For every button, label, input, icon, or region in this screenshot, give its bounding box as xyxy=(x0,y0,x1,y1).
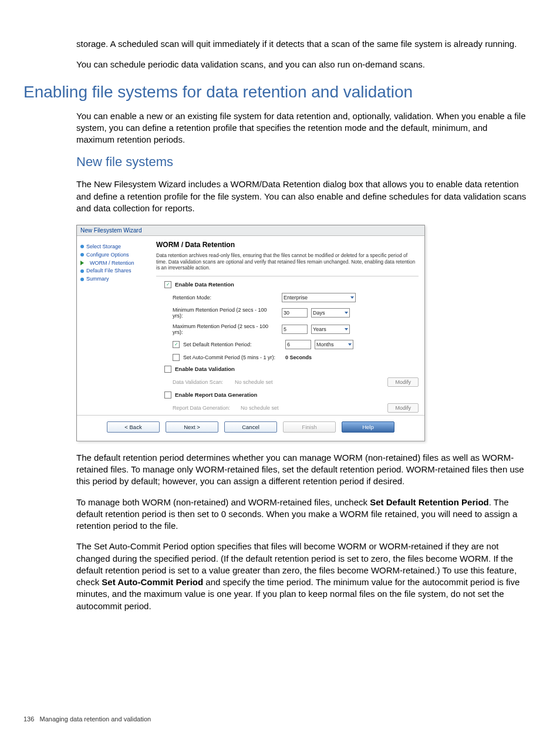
bullet-icon xyxy=(80,245,84,248)
enable-retention-checkbox[interactable] xyxy=(164,281,171,288)
max-retention-row: Maximum Retention Period (2 secs - 100 y… xyxy=(173,323,419,335)
section-heading: Enabling file systems for data retention… xyxy=(23,83,537,102)
wizard-sidebar: Select Storage Configure Options WORM / … xyxy=(77,236,150,415)
enable-validation-checkbox[interactable] xyxy=(164,366,171,373)
validation-scan-label: Data Validation Scan: xyxy=(173,379,231,385)
bullet-icon xyxy=(80,253,84,256)
after-p1: The default retention period determines … xyxy=(76,452,528,488)
after-p2b: Set Default Retention Period xyxy=(370,497,489,507)
validation-modify-button[interactable]: Modify xyxy=(387,377,419,387)
chevron-down-icon xyxy=(345,312,348,314)
intro-p1: storage. A scheduled scan will quit imme… xyxy=(76,38,528,50)
help-button[interactable]: Help xyxy=(342,421,394,433)
retention-mode-value: Enterprise xyxy=(284,295,308,301)
sub-p1: The New Filesystem Wizard includes a WOR… xyxy=(76,178,528,214)
min-retention-label: Minimum Retention Period (2 secs - 100 y… xyxy=(173,307,278,319)
autocommit-row: Set Auto-Commit Period (5 mins - 1 yr): … xyxy=(173,354,419,361)
max-retention-unit-select[interactable]: Years xyxy=(311,325,350,334)
sub-heading: New file systems xyxy=(76,154,537,170)
report-gen-row: Report Data Generation: No schedule set … xyxy=(173,403,419,413)
min-retention-unit-select[interactable]: Days xyxy=(311,308,350,318)
sidebar-item-label: Default File Shares xyxy=(86,268,131,274)
next-button[interactable]: Next > xyxy=(166,421,218,433)
retention-mode-select[interactable]: Enterprise xyxy=(282,293,356,302)
chevron-down-icon xyxy=(348,343,352,346)
sidebar-item-configure-options[interactable]: Configure Options xyxy=(80,252,148,258)
content-heading: WORM / Data Retention xyxy=(156,241,419,249)
enable-report-row: Enable Report Data Generation xyxy=(164,391,419,399)
retention-mode-label: Retention Mode: xyxy=(173,295,278,301)
bullet-icon xyxy=(80,269,84,273)
enable-retention-label: Enable Data Retention xyxy=(175,281,234,288)
enable-report-label: Enable Report Data Generation xyxy=(175,391,257,398)
section-p1: You can enable a new or an existing file… xyxy=(76,110,528,146)
back-button[interactable]: < Back xyxy=(107,421,160,433)
cancel-button[interactable]: Cancel xyxy=(224,421,277,433)
after-p2a: To manage both WORM (non-retained) and W… xyxy=(76,497,370,507)
wizard-titlebar: New Filesystem Wizard xyxy=(77,225,424,236)
default-retention-checkbox[interactable] xyxy=(173,341,180,348)
validation-scan-row: Data Validation Scan: No schedule set Mo… xyxy=(173,377,419,387)
min-retention-input[interactable]: 30 xyxy=(282,308,308,318)
max-retention-input[interactable]: 5 xyxy=(282,325,308,334)
after-p3: The Set Auto-Commit Period option specif… xyxy=(76,541,528,612)
intro-p2: You can schedule periodic data validatio… xyxy=(76,59,528,70)
sidebar-item-default-file-shares[interactable]: Default File Shares xyxy=(80,268,148,274)
page-footer: 136 Managing data retention and validati… xyxy=(23,715,151,723)
default-retention-row: Set Default Retention Period: 6 Months xyxy=(173,340,419,349)
enable-report-checkbox[interactable] xyxy=(164,391,171,399)
enable-validation-row: Enable Data Validation xyxy=(164,366,419,373)
default-retention-input[interactable]: 6 xyxy=(285,340,311,349)
arrow-icon xyxy=(80,261,87,265)
chevron-down-icon xyxy=(345,328,348,330)
min-retention-unit: Days xyxy=(313,310,325,316)
autocommit-label: Set Auto-Commit Period (5 mins - 1 yr): xyxy=(183,355,282,360)
sidebar-item-label: Configure Options xyxy=(86,252,129,258)
sidebar-item-worm-retention[interactable]: WORM / Retention xyxy=(80,260,148,266)
wizard-footer: < Back Next > Cancel Finish Help xyxy=(77,415,424,441)
max-retention-unit: Years xyxy=(313,326,326,332)
validation-scan-value: No schedule set xyxy=(235,379,294,385)
default-retention-label: Set Default Retention Period: xyxy=(183,342,282,347)
after-p3b: Set Auto-Commit Period xyxy=(102,577,203,587)
report-modify-button[interactable]: Modify xyxy=(387,403,419,413)
chevron-down-icon xyxy=(350,296,354,299)
max-retention-label: Maximum Retention Period (2 secs - 100 y… xyxy=(173,323,278,335)
after-p2: To manage both WORM (non-retained) and W… xyxy=(76,497,528,532)
page: storage. A scheduled scan will quit imme… xyxy=(0,0,560,746)
wizard-content: WORM / Data Retention Data retention arc… xyxy=(150,236,424,415)
bullet-icon xyxy=(80,278,84,281)
enable-validation-label: Enable Data Validation xyxy=(175,366,235,372)
finish-button[interactable]: Finish xyxy=(283,421,336,433)
sidebar-item-summary[interactable]: Summary xyxy=(80,276,148,282)
sidebar-item-select-storage[interactable]: Select Storage xyxy=(80,244,148,250)
default-retention-unit-select[interactable]: Months xyxy=(315,340,353,349)
report-gen-value: No schedule set xyxy=(241,405,299,411)
default-retention-unit: Months xyxy=(316,342,334,347)
autocommit-checkbox[interactable] xyxy=(173,354,180,361)
autocommit-value: 0 Seconds xyxy=(285,355,312,360)
wizard-dialog: New Filesystem Wizard Select Storage Con… xyxy=(76,225,425,441)
sidebar-item-label: WORM / Retention xyxy=(90,260,134,266)
sidebar-item-label: Summary xyxy=(86,276,109,282)
min-retention-row: Minimum Retention Period (2 secs - 100 y… xyxy=(173,307,419,319)
report-gen-label: Report Data Generation: xyxy=(173,405,237,411)
enable-data-retention-row: Enable Data Retention xyxy=(164,281,419,288)
page-footer-title: Managing data retention and validation xyxy=(40,715,151,723)
page-number: 136 xyxy=(23,715,34,723)
sidebar-item-label: Select Storage xyxy=(86,244,121,250)
retention-mode-row: Retention Mode: Enterprise xyxy=(173,293,419,302)
content-description: Data retention archives read-only files,… xyxy=(156,252,419,276)
